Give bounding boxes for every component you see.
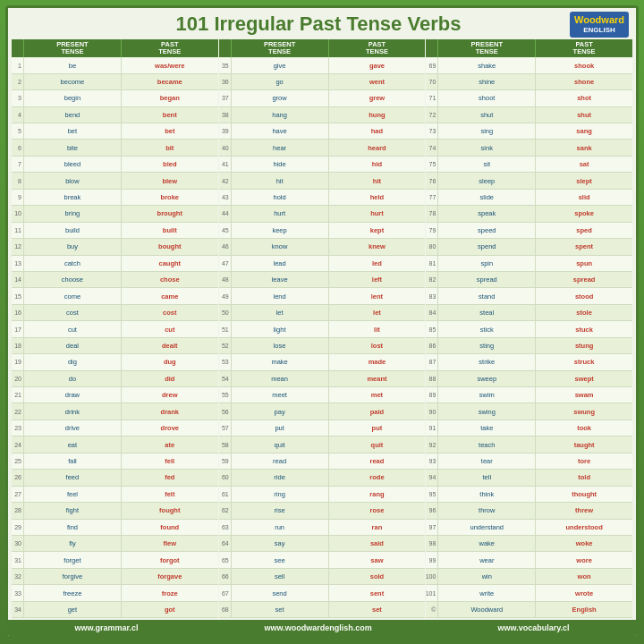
past-tense: bought — [122, 239, 218, 254]
table-row: 82spreadspread — [426, 272, 632, 288]
table-row: 35givegave — [219, 57, 426, 73]
table-row: 32forgiveforgave — [12, 569, 218, 585]
present-tense: hurt — [232, 206, 329, 221]
row-number: 31 — [12, 552, 24, 567]
row-number: 9 — [12, 190, 24, 205]
past-tense: spoke — [536, 206, 632, 221]
row-number: 55 — [219, 387, 232, 402]
past-tense: sped — [536, 223, 632, 238]
present-tense: shut — [438, 107, 536, 123]
present-tense: quit — [232, 436, 329, 452]
present-tense: Woodward — [438, 602, 536, 617]
past-tense: told — [536, 470, 632, 485]
row-number: 93 — [426, 453, 438, 469]
table-row: 33freezefroze — [12, 585, 218, 601]
present-tense: feed — [24, 470, 122, 485]
past-tense: drank — [122, 403, 218, 419]
row-number: 56 — [219, 403, 232, 419]
present-tense: be — [24, 57, 122, 72]
table-row: 47leadled — [219, 256, 426, 272]
past-tense: drove — [122, 420, 218, 436]
row-number: 97 — [426, 520, 438, 535]
row-number: 44 — [219, 206, 232, 221]
past-tense: caught — [122, 256, 218, 271]
table-section: PRESENTTENSE PASTTENSE 1bewas/were2becom… — [8, 39, 636, 620]
table-row: 29findfound — [12, 520, 218, 536]
present-tense: choose — [24, 272, 122, 287]
table-row: 86stingstung — [426, 338, 632, 354]
present-tense: cut — [24, 321, 122, 336]
present-tense: bleed — [24, 157, 122, 172]
past-tense: understood — [536, 520, 632, 535]
col3-rows: 69shakeshook70shineshone71shootshot72shu… — [426, 57, 632, 618]
col1-past-header: PASTTENSE — [122, 39, 218, 58]
present-tense: tear — [438, 453, 536, 469]
row-number: 12 — [12, 239, 24, 254]
row-number: 57 — [219, 420, 232, 436]
present-tense: get — [24, 602, 122, 617]
past-tense: sat — [536, 157, 632, 172]
present-tense: drive — [24, 420, 122, 436]
past-tense: slept — [536, 173, 632, 188]
table-row: 30flyflew — [12, 536, 218, 552]
row-number: 85 — [426, 321, 438, 336]
past-tense: threw — [536, 503, 632, 518]
row-number: 41 — [219, 157, 232, 172]
table-row: 84stealstole — [426, 305, 632, 321]
present-tense: break — [24, 190, 122, 205]
present-tense: shoot — [438, 90, 536, 106]
table-row: 36gowent — [219, 74, 426, 90]
table-row: 22drinkdrank — [12, 403, 218, 419]
table-row: 40hearheard — [219, 140, 426, 156]
past-tense: swam — [536, 387, 632, 402]
row-number: 49 — [219, 288, 232, 303]
table-row: 63runran — [219, 520, 426, 536]
present-tense: drink — [24, 403, 122, 419]
past-tense: lit — [329, 321, 426, 336]
past-tense: got — [122, 602, 218, 617]
row-number: © — [426, 602, 438, 617]
past-tense: stuck — [536, 321, 632, 336]
present-tense: lend — [232, 288, 329, 303]
row-number: 4 — [12, 107, 24, 123]
past-tense: did — [122, 371, 218, 386]
present-tense: go — [232, 74, 329, 89]
present-tense: come — [24, 288, 122, 303]
table-row: 37growgrew — [219, 90, 426, 106]
footer-link-1[interactable]: www.grammar.cl — [74, 623, 138, 632]
present-tense: ring — [232, 487, 329, 502]
table-row: 2becomebecame — [12, 74, 218, 90]
past-tense: broke — [122, 190, 218, 205]
row-number: 18 — [12, 338, 24, 353]
present-tense: mean — [232, 371, 329, 386]
past-tense: swung — [536, 403, 632, 419]
table-row: 71shootshot — [426, 90, 632, 106]
footer-link-2[interactable]: www.woodwardenglish.com — [264, 623, 371, 632]
row-number: 16 — [12, 305, 24, 320]
past-tense: spun — [536, 256, 632, 271]
table-row: 3beginbegan — [12, 90, 218, 106]
col-group-2: PRESENTTENSE PASTTENSE 35givegave36gowen… — [219, 39, 426, 618]
past-tense: bent — [122, 107, 218, 123]
table-row: 59readread — [219, 453, 426, 470]
table-row: 58quitquit — [219, 436, 426, 453]
footer-link-3[interactable]: www.vocabulary.cl — [498, 623, 570, 632]
row-number: 65 — [219, 552, 232, 567]
row-number: 89 — [426, 387, 438, 402]
past-tense: dealt — [122, 338, 218, 353]
table-row: 88sweepswept — [426, 371, 632, 387]
past-tense: lost — [329, 338, 426, 353]
present-tense: sing — [438, 123, 536, 139]
past-tense: rode — [329, 470, 426, 485]
row-number: 33 — [12, 585, 24, 600]
row-number: 69 — [426, 57, 438, 72]
present-tense: strike — [438, 354, 536, 369]
row-number: 96 — [426, 503, 438, 518]
past-tense: made — [329, 354, 426, 369]
past-tense: hurt — [329, 206, 426, 221]
col2-num-header — [219, 39, 232, 58]
past-tense: found — [122, 520, 218, 535]
row-number: 45 — [219, 223, 232, 238]
table-row: 90swingswung — [426, 403, 632, 419]
row-number: 101 — [426, 585, 438, 600]
